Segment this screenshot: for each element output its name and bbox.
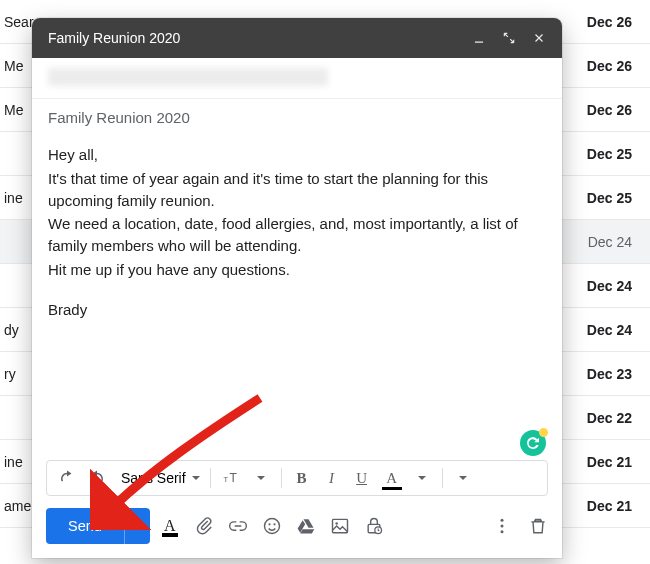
inbox-sender: ine — [4, 190, 23, 206]
send-row: Send A — [32, 496, 562, 558]
chevron-down-icon[interactable] — [247, 464, 275, 492]
italic-button[interactable]: I — [318, 464, 346, 492]
more-options-icon[interactable] — [492, 516, 512, 536]
font-size-icon[interactable]: TT — [217, 464, 245, 492]
svg-point-11 — [501, 530, 504, 533]
formatting-options-icon[interactable]: A — [160, 517, 180, 535]
divider — [281, 468, 282, 488]
drive-icon[interactable] — [296, 516, 316, 536]
attach-icon[interactable] — [194, 516, 214, 536]
svg-point-3 — [268, 523, 270, 525]
inbox-sender: Me — [4, 58, 23, 74]
svg-point-9 — [501, 519, 504, 522]
fullscreen-icon[interactable] — [496, 25, 522, 51]
inbox-date: Dec 24 — [587, 278, 632, 294]
svg-rect-5 — [332, 519, 347, 532]
inbox-date: Dec 21 — [587, 454, 632, 470]
send-button[interactable]: Send — [46, 508, 124, 544]
font-selector[interactable]: Sans Serif — [113, 470, 204, 486]
inbox-date: Dec 26 — [587, 102, 632, 118]
discard-draft-icon[interactable] — [528, 516, 548, 536]
svg-point-6 — [335, 522, 338, 525]
inbox-date: Dec 25 — [587, 146, 632, 162]
svg-point-4 — [273, 523, 275, 525]
chevron-down-icon[interactable] — [449, 464, 477, 492]
send-button-group: Send — [46, 508, 150, 544]
inbox-date: Dec 23 — [587, 366, 632, 382]
emoji-icon[interactable] — [262, 516, 282, 536]
minimize-icon[interactable] — [466, 25, 492, 51]
inbox-date: Dec 21 — [587, 498, 632, 514]
text-color-button[interactable]: A — [378, 464, 406, 492]
compose-window: Family Reunion 2020 Family Reunion 2020 … — [32, 18, 562, 558]
compose-title: Family Reunion 2020 — [48, 30, 466, 46]
link-icon[interactable] — [228, 516, 248, 536]
inbox-sender: dy — [4, 322, 19, 338]
inbox-date: Dec 26 — [587, 14, 632, 30]
chevron-down-icon — [192, 476, 200, 480]
send-options-button[interactable] — [124, 508, 150, 544]
redo-icon[interactable] — [83, 464, 111, 492]
divider — [210, 468, 211, 488]
recipient-redacted — [48, 68, 328, 86]
inbox-date: Dec 22 — [587, 410, 632, 426]
inbox-sender: Me — [4, 102, 23, 118]
font-name: Sans Serif — [121, 470, 186, 486]
body-line: We need a location, date, food allergies… — [48, 213, 546, 257]
divider — [442, 468, 443, 488]
message-body[interactable]: Hey all, It's that time of year again an… — [32, 136, 562, 460]
formatting-toolbar: Sans Serif TT B I U A — [46, 460, 548, 496]
compose-header[interactable]: Family Reunion 2020 — [32, 18, 562, 58]
svg-text:T: T — [223, 475, 228, 484]
chevron-down-icon[interactable] — [408, 464, 436, 492]
confidential-mode-icon[interactable] — [364, 516, 384, 536]
chevron-down-icon — [133, 524, 141, 528]
inbox-date: Dec 24 — [588, 234, 632, 250]
undo-icon[interactable] — [53, 464, 81, 492]
svg-point-10 — [501, 525, 504, 528]
inbox-sender: ame — [4, 498, 31, 514]
recipients-field[interactable] — [32, 58, 562, 99]
inbox-date: Dec 24 — [587, 322, 632, 338]
body-line: It's that time of year again and it's ti… — [48, 168, 546, 212]
svg-point-2 — [264, 519, 279, 534]
body-greeting: Hey all, — [48, 144, 546, 166]
inbox-sender: ine — [4, 454, 23, 470]
close-icon[interactable] — [526, 25, 552, 51]
inbox-sender: ry — [4, 366, 16, 382]
inbox-date: Dec 26 — [587, 58, 632, 74]
grammarly-icon[interactable] — [520, 430, 546, 456]
svg-text:T: T — [229, 471, 237, 485]
subject-field[interactable]: Family Reunion 2020 — [32, 99, 562, 136]
insert-photo-icon[interactable] — [330, 516, 350, 536]
inbox-date: Dec 25 — [587, 190, 632, 206]
body-line: Hit me up if you have any questions. — [48, 259, 546, 281]
bold-button[interactable]: B — [288, 464, 316, 492]
underline-button[interactable]: U — [348, 464, 376, 492]
body-signoff: Brady — [48, 299, 546, 321]
